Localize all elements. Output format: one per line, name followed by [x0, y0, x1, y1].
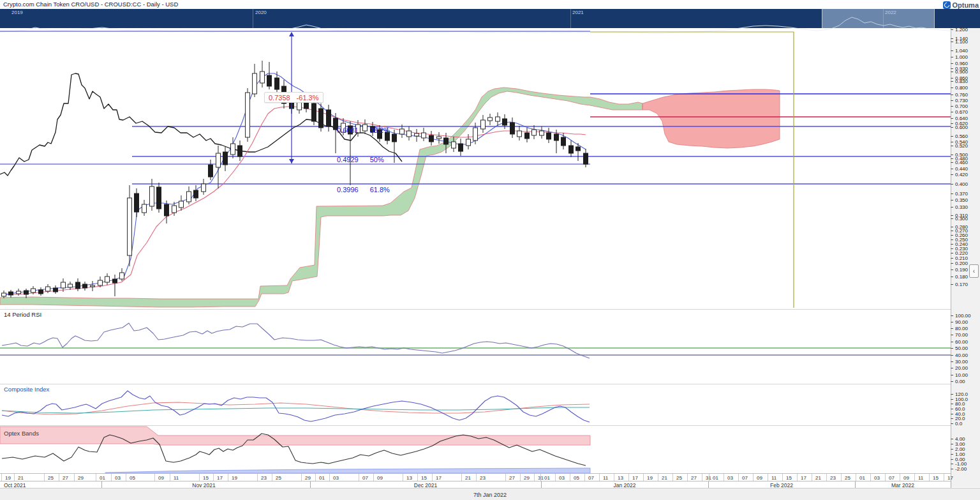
composite-tick — [951, 399, 953, 400]
candle-body — [267, 75, 272, 86]
price-tick — [951, 106, 953, 107]
rsi-tick — [951, 368, 953, 368]
fib-label-618[interactable]: 0.3996 61.8% — [337, 186, 390, 193]
composite-tick — [951, 404, 953, 404]
candle-body — [392, 134, 397, 142]
candle-body — [422, 133, 426, 138]
date-day-label: 07 — [362, 475, 368, 481]
optex-tick — [951, 439, 953, 439]
date-day-label: 21 — [662, 475, 667, 481]
candle-body — [312, 103, 316, 121]
candle-body — [157, 187, 161, 209]
candle-body — [113, 279, 117, 283]
date-tick — [505, 474, 506, 481]
panel-separator[interactable] — [0, 309, 951, 310]
navigator-year-label: 2020 — [255, 10, 267, 15]
price-tick — [951, 142, 953, 142]
composite-tick — [951, 394, 953, 395]
candle-body — [187, 192, 191, 202]
optex-tick — [951, 469, 953, 469]
rsi-label: 60.00 — [955, 339, 968, 345]
candle-body — [128, 198, 132, 255]
price-label: 0.200 — [955, 261, 968, 266]
date-day-label: 29 — [78, 475, 84, 481]
candle-body — [46, 287, 50, 291]
composite-tick — [951, 418, 953, 419]
date-tick — [614, 474, 614, 481]
date-day-label: 23 — [480, 475, 486, 481]
date-tick — [59, 474, 59, 481]
candle-body — [179, 201, 184, 208]
date-day-label: 25 — [276, 475, 281, 481]
price-measure-label[interactable]: 0.7358 -61.3% — [264, 92, 323, 103]
measure-arrow-up — [289, 32, 294, 36]
date-tick — [929, 474, 930, 481]
fib-label-382[interactable]: 0.6081 38.2% — [337, 126, 390, 134]
date-day-label: 07 — [889, 475, 895, 481]
candle-body — [554, 134, 559, 140]
price-tick — [951, 253, 953, 254]
panel-separator[interactable] — [0, 384, 951, 384]
date-tick — [417, 474, 418, 481]
date-day-label: 27 — [691, 475, 697, 481]
candle-body — [437, 137, 442, 139]
date-day-label: 11 — [918, 475, 923, 481]
price-label: 0.800 — [955, 85, 968, 91]
fib-label-50[interactable]: 0.4929 50% — [337, 156, 384, 163]
date-day-label: 15 — [933, 475, 939, 481]
rsi-line — [2, 323, 590, 358]
price-tick — [951, 123, 953, 124]
price-label: 0.600 — [955, 125, 968, 130]
candle-body — [444, 138, 449, 144]
candle-body — [547, 133, 551, 139]
candle-body — [327, 110, 331, 126]
date-tick — [329, 474, 330, 481]
composite-slow-line — [2, 402, 590, 414]
date-tick — [702, 474, 702, 481]
date-tick — [315, 474, 316, 481]
optex-tick — [951, 454, 953, 455]
candle-body — [172, 206, 177, 213]
date-day-label: 05 — [130, 475, 135, 481]
candle-body — [24, 291, 29, 294]
date-day-label: 27 — [509, 475, 515, 481]
date-tick — [154, 474, 155, 481]
date-day-label: 25 — [676, 475, 682, 481]
price-label: 0.370 — [955, 191, 968, 197]
measure-value: 0.7358 — [269, 94, 290, 102]
candle-body — [83, 284, 87, 288]
panel-separator[interactable] — [0, 425, 951, 426]
price-tick — [951, 263, 953, 264]
date-tick — [709, 474, 709, 481]
date-day-label: 05 — [574, 475, 579, 481]
date-day-label: 03 — [727, 475, 733, 481]
composite-fast-line — [2, 407, 590, 413]
date-tick — [96, 474, 96, 481]
price-tick — [951, 184, 953, 185]
date-tick — [199, 474, 200, 481]
price-label: 0.170 — [955, 282, 968, 287]
date-tick — [900, 474, 900, 481]
candle-body — [584, 153, 588, 164]
rsi-tick — [951, 335, 953, 335]
date-tick — [126, 474, 126, 481]
price-label: 0.520 — [955, 143, 968, 149]
date-day-label: 01 — [100, 475, 105, 481]
navigator-selection[interactable] — [822, 9, 935, 28]
candle-body — [503, 119, 507, 125]
date-tick — [301, 474, 302, 481]
date-tick — [782, 474, 783, 481]
candle-body — [223, 152, 228, 165]
composite-tick — [951, 409, 953, 409]
price-tick — [951, 258, 953, 259]
candle-body — [165, 204, 169, 216]
date-tick — [44, 474, 45, 481]
price-tick — [951, 231, 953, 231]
composite-tick — [951, 414, 953, 414]
optuma-logo-text: Optuma — [952, 1, 979, 9]
date-tick — [570, 474, 570, 481]
candle-body — [576, 147, 581, 151]
collapse-axis-button[interactable]: ‹ — [969, 264, 979, 278]
price-tick — [951, 218, 953, 219]
candle-body — [76, 282, 80, 289]
